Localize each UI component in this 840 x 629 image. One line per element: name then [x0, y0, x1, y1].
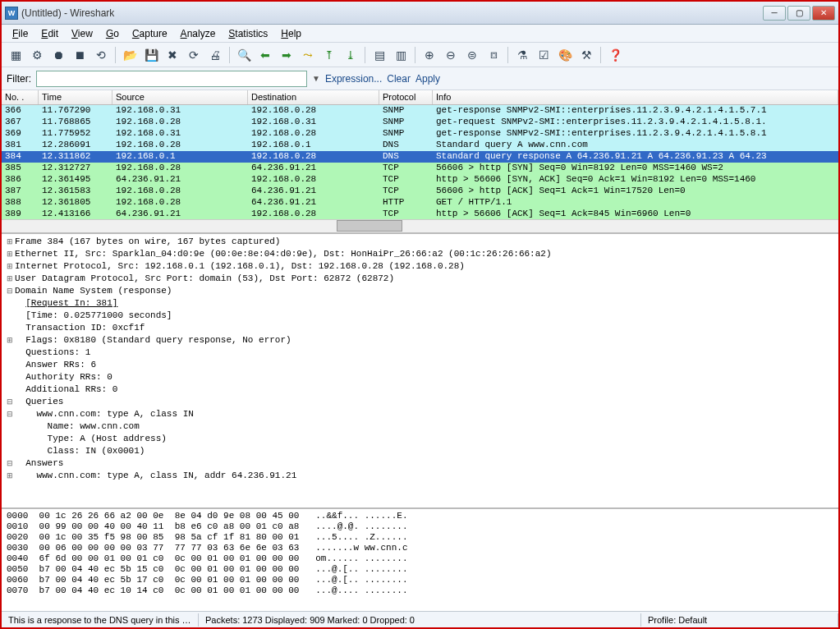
separator	[115, 47, 116, 63]
menu-view[interactable]: View	[66, 26, 99, 41]
menu-go[interactable]: Go	[100, 26, 125, 41]
expand-icon[interactable]: ⊞	[5, 236, 15, 248]
detail-line[interactable]: ⊞User Datagram Protocol, Src Port: domai…	[5, 273, 835, 285]
col-info[interactable]: Info	[433, 90, 838, 104]
zoom-in-icon[interactable]: ⊕	[420, 46, 438, 64]
start-capture-icon[interactable]: ⏺	[49, 46, 67, 64]
packet-bytes-pane[interactable]: 0000 00 1c 26 26 66 a2 00 0e 8e 04 d0 9e…	[2, 509, 838, 611]
coloring-rules-icon[interactable]: 🎨	[556, 46, 574, 64]
resize-columns-icon[interactable]: ⧈	[484, 46, 503, 64]
packet-list-body[interactable]: 36611.767290192.168.0.31192.168.0.28SNMP…	[2, 105, 838, 219]
packet-row[interactable]: 38512.312727192.168.0.2864.236.91.21TCP5…	[2, 163, 838, 174]
col-destination[interactable]: Destination	[248, 90, 379, 104]
stop-capture-icon[interactable]: ⏹	[71, 46, 89, 64]
menu-analyze[interactable]: Analyze	[175, 26, 222, 41]
open-icon[interactable]: 📂	[121, 46, 139, 64]
detail-line[interactable]: ⊟Domain Name System (response)	[5, 285, 835, 297]
bytes-line[interactable]: 0030 00 06 00 00 00 00 03 77 77 77 03 63…	[7, 543, 833, 553]
clear-button[interactable]: Clear	[387, 73, 411, 85]
packet-row[interactable]: 36611.767290192.168.0.31192.168.0.28SNMP…	[2, 105, 838, 117]
colorize-icon[interactable]: ▤	[370, 46, 388, 64]
restart-capture-icon[interactable]: ⟲	[92, 46, 110, 64]
prefs-icon[interactable]: ⚒	[577, 46, 595, 64]
col-source[interactable]: Source	[112, 90, 248, 104]
interfaces-icon[interactable]: ▦	[7, 46, 25, 64]
col-time[interactable]: Time	[39, 90, 112, 104]
bytes-line[interactable]: 0070 b7 00 04 40 ec 10 14 c0 0c 00 01 00…	[7, 585, 833, 596]
detail-line[interactable]: ⊟ Queries	[5, 396, 835, 408]
packet-row[interactable]: 36711.768865192.168.0.28192.168.0.31SNMP…	[2, 117, 838, 128]
minimize-button[interactable]: ─	[763, 6, 786, 21]
expand-icon[interactable]: ⊞	[5, 470, 15, 482]
menu-help[interactable]: Help	[275, 26, 307, 41]
filter-input[interactable]	[36, 71, 307, 87]
go-back-icon[interactable]: ⬅	[256, 46, 274, 64]
bytes-line[interactable]: 0040 6f 6d 00 00 01 00 01 c0 0c 00 01 00…	[7, 553, 833, 564]
packet-details-pane[interactable]: ⊞Frame 384 (167 bytes on wire, 167 bytes…	[2, 234, 838, 509]
scrollbar-thumb[interactable]	[337, 220, 402, 232]
find-icon[interactable]: 🔍	[235, 46, 253, 64]
menu-statistics[interactable]: Statistics	[223, 26, 273, 41]
packet-list-header: No. . Time Source Destination Protocol I…	[2, 90, 838, 105]
autoscroll-icon[interactable]: ▥	[392, 46, 410, 64]
detail-line[interactable]: ⊞Ethernet II, Src: Sparklan_04:d0:9e (00…	[5, 248, 835, 260]
menu-edit[interactable]: Edit	[35, 26, 64, 41]
go-to-icon[interactable]: ⤳	[299, 46, 317, 64]
reload-icon[interactable]: ⟳	[185, 46, 203, 64]
help-icon[interactable]: ❓	[606, 46, 624, 64]
bytes-line[interactable]: 0020 00 1c 00 35 f5 98 00 85 98 5a cf 1f…	[7, 532, 833, 543]
detail-line[interactable]: ⊟ Answers	[5, 457, 835, 470]
expand-icon[interactable]: ⊟	[5, 457, 15, 470]
col-no[interactable]: No. .	[2, 90, 39, 104]
expand-icon[interactable]: ⊞	[5, 273, 15, 285]
filter-dropdown-icon[interactable]: ▼	[312, 74, 320, 83]
close-file-icon[interactable]: ✖	[163, 46, 181, 64]
filter-bar: Filter: ▼ Expression... Clear Apply	[2, 67, 838, 90]
detail-line[interactable]: ⊞ Flags: 0x8180 (Standard query response…	[5, 334, 835, 347]
bytes-line[interactable]: 0010 00 99 00 00 40 00 40 11 b8 e6 c0 a8…	[7, 521, 833, 532]
detail-line[interactable]: ⊞Frame 384 (167 bytes on wire, 167 bytes…	[5, 236, 835, 248]
packet-row[interactable]: 38812.361805192.168.0.2864.236.91.21HTTP…	[2, 197, 838, 209]
packet-row[interactable]: 36911.775952192.168.0.31192.168.0.28SNMP…	[2, 128, 838, 140]
detail-line[interactable]: ⊞ www.cnn.com: type A, class IN, addr 64…	[5, 470, 835, 482]
expand-icon[interactable]: ⊟	[5, 396, 15, 408]
col-protocol[interactable]: Protocol	[379, 90, 433, 104]
horizontal-scrollbar[interactable]	[2, 219, 838, 232]
packet-row[interactable]: 38612.36149564.236.91.21192.168.0.28TCPh…	[2, 174, 838, 186]
display-filters-icon[interactable]: ☑	[535, 46, 553, 64]
print-icon[interactable]: 🖨	[206, 46, 224, 64]
bytes-line[interactable]: 0060 b7 00 04 40 ec 5b 17 c0 0c 00 01 00…	[7, 575, 833, 585]
expand-icon	[5, 371, 15, 383]
expand-icon	[5, 433, 15, 445]
apply-button[interactable]: Apply	[415, 73, 440, 85]
packet-list-pane: No. . Time Source Destination Protocol I…	[2, 90, 838, 234]
menu-file[interactable]: File	[7, 26, 34, 41]
bytes-line[interactable]: 0000 00 1c 26 26 66 a2 00 0e 8e 04 d0 9e…	[7, 511, 833, 521]
packet-row[interactable]: 38912.41316664.236.91.21192.168.0.28TCPh…	[2, 209, 838, 219]
go-first-icon[interactable]: ⤒	[320, 46, 338, 64]
menu-capture[interactable]: Capture	[126, 26, 173, 41]
detail-line[interactable]: ⊞Internet Protocol, Src: 192.168.0.1 (19…	[5, 260, 835, 273]
options-icon[interactable]: ⚙	[28, 46, 46, 64]
packet-row[interactable]: 38412.311862192.168.0.1192.168.0.28DNSSt…	[2, 151, 838, 163]
expand-icon[interactable]: ⊟	[5, 408, 15, 420]
capture-filters-icon[interactable]: ⚗	[513, 46, 531, 64]
expand-icon[interactable]: ⊟	[5, 285, 15, 297]
expand-icon[interactable]: ⊞	[5, 334, 15, 347]
expand-icon[interactable]: ⊞	[5, 260, 15, 273]
packet-row[interactable]: 38112.286091192.168.0.28192.168.0.1DNSSt…	[2, 140, 838, 151]
zoom-fit-icon[interactable]: ⊜	[463, 46, 481, 64]
expression-button[interactable]: Expression...	[325, 73, 382, 85]
maximize-button[interactable]: ▢	[787, 6, 810, 21]
bytes-line[interactable]: 0050 b7 00 04 40 ec 5b 15 c0 0c 00 01 00…	[7, 564, 833, 575]
close-button[interactable]: ✕	[812, 6, 835, 21]
packet-row[interactable]: 38712.361583192.168.0.2864.236.91.21TCP5…	[2, 186, 838, 197]
zoom-out-icon[interactable]: ⊖	[442, 46, 460, 64]
go-forward-icon[interactable]: ➡	[278, 46, 296, 64]
go-last-icon[interactable]: ⤓	[342, 46, 360, 64]
expand-icon	[5, 310, 15, 322]
window-buttons: ─ ▢ ✕	[763, 6, 835, 21]
detail-line[interactable]: ⊟ www.cnn.com: type A, class IN	[5, 408, 835, 420]
expand-icon[interactable]: ⊞	[5, 248, 15, 260]
save-icon[interactable]: 💾	[142, 46, 160, 64]
